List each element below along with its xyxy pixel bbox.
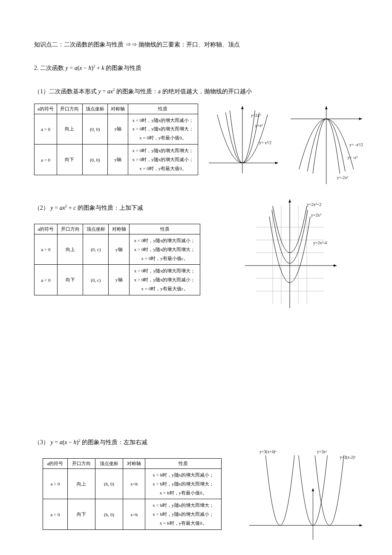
svg-text:y=2x²+2: y=2x²+2 [307,202,321,207]
cell-sign: a < 0 [35,265,58,295]
table-row: a > 0 向上 (0, 0) y轴 x < 0时，y随x的增大而减小； x >… [35,114,198,145]
th-axis: 对称轴 [108,104,128,114]
th-axis: 对称轴 [109,224,130,234]
cell-prop: x < 0时，y随x的增大而增大； x > 0时，y随x的增大而减小； x = … [130,265,200,295]
cell-prop: x < 0时，y随x的增大而减小； x > 0时，y随x的增大而增大； x = … [130,234,200,265]
svg-text:y=3(x+4)²: y=3(x+4)² [259,449,277,454]
th-dir: 开口方向 [68,458,95,468]
cell-prop: x < h时，y随x的增大而增大； x > h时，y随x的增大而减小； x = … [145,499,222,530]
cell-dir: 向下 [68,499,95,530]
svg-marker-17 [288,199,291,202]
table-row: a < 0 向下 (0, c) y轴 x < 0时，y随x的增大而增大； x >… [35,265,200,295]
cell-axis: y轴 [109,265,130,295]
th-prop: 性质 [145,458,222,468]
table-row: a > 0 向上 (0, c) y轴 x < 0时，y随x的增大而减小； x >… [35,234,200,265]
th-axis: 对称轴 [123,458,145,468]
cell-dir: 向下 [57,265,83,295]
knowledge-point-title: 知识点二：二次函数的图象与性质 ⇒⇒ 抛物线的三要素：开口、对称轴、顶点 [34,39,366,50]
figure-2-vertical-shift: y=2x²+2 y=2x² y=2x²-4 [243,197,341,312]
cell-axis: x=h [123,468,145,499]
table-section-1: a的符号 开口方向 顶点坐标 对称轴 性质 a > 0 向上 (0, 0) y轴… [34,104,198,175]
svg-marker-8 [359,117,362,120]
th-vertex: 顶点坐标 [83,224,109,234]
svg-marker-31 [360,524,363,526]
svg-text:y=3(x-2)²: y=3(x-2)² [340,455,355,460]
cell-dir: 向下 [57,145,83,175]
cell-vertex: (h, 0) [95,468,123,499]
cell-dir: 向上 [68,468,95,499]
svg-text:y=-2x²: y=-2x² [337,175,349,179]
cell-prop: x < 0时，y随x的增大而增大； x > 0时，y随x的增大而减小； x = … [128,145,198,175]
cell-sign: a > 0 [35,234,58,265]
figure-1a-up-parabolas: y=2x² y=x² y= x²/2 [207,104,280,176]
svg-marker-33 [312,488,314,491]
svg-text:y=2x²: y=2x² [311,213,321,217]
cell-sign: a < 0 [43,499,68,530]
svg-marker-10 [325,106,328,109]
table-row: a < 0 向下 (h, 0) x=h x < h时，y随x的增大而增大； x … [43,499,222,530]
svg-text:y= x²/2: y= x²/2 [259,140,271,145]
svg-text:y=3x²: y=3x² [317,449,327,454]
cell-vertex: (0, 0) [82,114,108,145]
section-2-heading: 2. 二次函数 y = a(x − h)2 + k 的图象与性质 [34,63,366,73]
cell-dir: 向上 [57,234,83,265]
cell-axis: y轴 [109,234,130,265]
table-row: a > 0 向上 (h, 0) x=h x < h时，y随x的增大而减小； x … [43,468,222,499]
cell-axis: y轴 [108,145,128,175]
section-1-title: （1）二次函数基本形式 y = ax2 的图象与性质：a 的绝对值越大，抛物线的… [34,86,366,97]
th-sign: a的符号 [35,224,58,234]
th-sign: a的符号 [35,104,57,114]
svg-text:y= -x²: y= -x² [348,155,358,159]
figure-1b-down-parabolas: y= -x²/2 y= -x² y=-2x² [288,104,366,187]
th-prop: 性质 [130,224,200,234]
th-vertex: 顶点坐标 [95,458,123,468]
cell-sign: a < 0 [35,145,57,175]
table-section-3: a的符号 开口方向 顶点坐标 对称轴 性质 a > 0 向上 (h, 0) x=… [43,458,222,530]
table-section-2: a的符号 开口方向 顶点坐标 对称轴 性质 a > 0 向上 (0, c) y轴… [34,224,200,295]
table-row: a < 0 向下 (0, 0) y轴 x < 0时，y随x的增大而增大； x >… [35,145,198,175]
table-row: a的符号 开口方向 顶点坐标 对称轴 性质 [35,224,200,234]
th-vertex: 顶点坐标 [82,104,108,114]
svg-text:y=2x²-4: y=2x²-4 [313,240,327,245]
cell-dir: 向上 [57,114,83,145]
svg-text:y= -x²/2: y= -x²/2 [350,142,363,147]
th-dir: 开口方向 [57,104,83,114]
svg-marker-15 [334,264,337,267]
cell-prop: x < 0时，y随x的增大而减小； x > 0时，y随x的增大而增大； x = … [128,114,198,145]
cell-sign: a > 0 [35,114,57,145]
table-row: a的符号 开口方向 顶点坐标 对称轴 性质 [43,458,222,468]
th-dir: 开口方向 [57,224,83,234]
cell-vertex: (h, 0) [95,499,123,530]
th-sign: a的符号 [43,458,68,468]
svg-marker-3 [241,106,244,109]
svg-marker-1 [275,162,278,164]
cell-vertex: (0, 0) [82,145,108,175]
cell-vertex: (0, c) [83,265,109,295]
figure-3-horizontal-shift: y=3(x+4)² y=3x² y=3(x-2)² [247,445,366,543]
cell-sign: a > 0 [43,468,68,499]
svg-text:y=x²: y=x² [255,123,262,128]
table-row: a的符号 开口方向 顶点坐标 对称轴 性质 [35,104,198,114]
cell-axis: y轴 [108,114,128,145]
svg-text:y=2x²: y=2x² [251,113,260,117]
cell-axis: x=h [123,499,145,530]
section-2-title: （2） y = ax2 + c 的图象与性质：上加下减 [34,202,234,213]
th-prop: 性质 [128,104,198,114]
cell-vertex: (0, c) [83,234,109,265]
cell-prop: x < h时，y随x的增大而减小； x > h时，y随x的增大而增大； x = … [145,468,222,499]
